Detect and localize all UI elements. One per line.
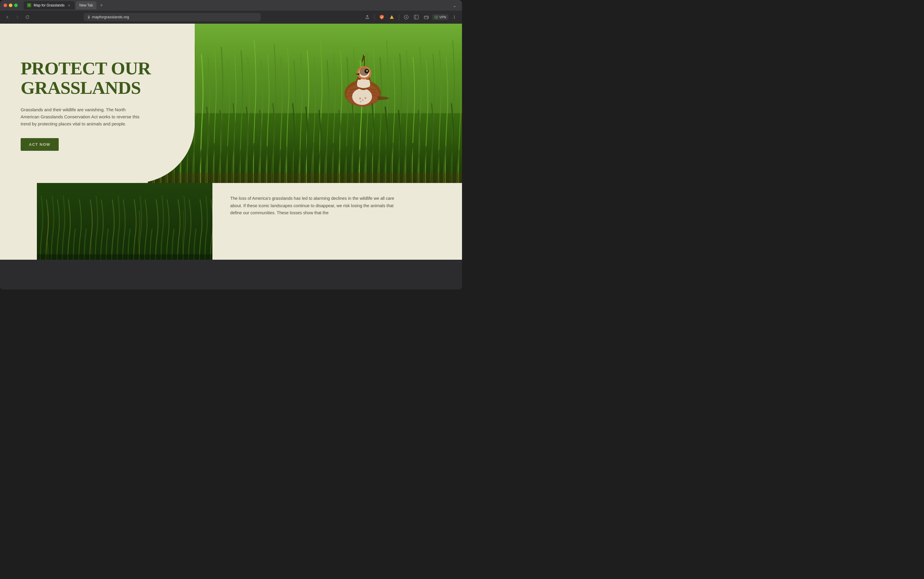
- svg-rect-30: [37, 183, 212, 260]
- back-button[interactable]: [3, 14, 11, 20]
- svg-point-23: [366, 70, 367, 71]
- tab-new-tab[interactable]: New Tab: [76, 1, 96, 10]
- menu-button[interactable]: [450, 13, 459, 21]
- new-tab-button[interactable]: +: [98, 2, 105, 9]
- svg-point-25: [362, 100, 363, 101]
- svg-point-12: [454, 18, 455, 18]
- hero-section: PROTECT OUR GRASSLANDS Grasslands and th…: [0, 24, 462, 183]
- vpn-button[interactable]: VPN: [432, 14, 449, 20]
- traffic-lights: [3, 3, 18, 7]
- tab-favicon: [27, 3, 31, 7]
- hero-title: PROTECT OUR GRASSLANDS: [21, 59, 171, 97]
- website-content: PROTECT OUR GRASSLANDS Grasslands and th…: [0, 24, 462, 290]
- svg-point-26: [365, 97, 366, 99]
- svg-point-27: [360, 101, 361, 102]
- minimize-button[interactable]: [9, 3, 12, 7]
- extensions-button[interactable]: [402, 13, 410, 21]
- tab-group-button[interactable]: ⌄: [450, 1, 459, 10]
- svg-rect-28: [148, 173, 462, 183]
- tab-close-icon[interactable]: ✕: [67, 3, 71, 7]
- brave-shield-button[interactable]: [378, 13, 386, 21]
- tab-bar: Map for Grasslands ✕ New Tab +: [24, 1, 448, 10]
- svg-rect-6: [424, 16, 428, 19]
- act-now-button[interactable]: ACT NOW: [21, 138, 59, 151]
- svg-point-24: [359, 97, 361, 99]
- tab-label: New Tab: [79, 3, 93, 7]
- browser-titlebar: Map for Grasslands ✕ New Tab + ⌄: [0, 0, 462, 11]
- below-section-text-area: The loss of America's grasslands has led…: [212, 183, 416, 260]
- separator: [374, 14, 375, 20]
- close-button[interactable]: [3, 3, 7, 7]
- sidebar-button[interactable]: [412, 13, 420, 21]
- svg-point-9: [436, 16, 437, 18]
- maximize-button[interactable]: [14, 3, 18, 7]
- forward-button[interactable]: [13, 14, 21, 20]
- browser-window: Map for Grasslands ✕ New Tab + ⌄: [0, 0, 462, 290]
- hero-background-photo: [148, 24, 462, 183]
- tab-label: Map for Grasslands: [34, 3, 65, 7]
- vpn-label: VPN: [439, 15, 446, 19]
- share-button[interactable]: [363, 13, 371, 21]
- svg-point-16: [352, 88, 372, 105]
- svg-rect-1: [88, 16, 90, 19]
- warning-button[interactable]: [388, 13, 396, 21]
- reload-button[interactable]: [24, 14, 31, 20]
- hero-card: PROTECT OUR GRASSLANDS Grasslands and th…: [0, 24, 195, 183]
- svg-rect-5: [414, 15, 418, 19]
- below-hero-section: The loss of America's grasslands has led…: [0, 183, 462, 260]
- svg-point-3: [392, 18, 392, 19]
- toolbar-actions: VPN: [363, 13, 459, 21]
- tab-map-for-grasslands[interactable]: Map for Grasslands ✕: [24, 1, 75, 10]
- svg-point-7: [427, 17, 428, 18]
- browser-toolbar: mapforgrasslands.org: [0, 11, 462, 24]
- svg-point-10: [454, 15, 455, 16]
- lock-icon: [87, 15, 90, 19]
- address-bar[interactable]: mapforgrasslands.org: [84, 13, 261, 21]
- below-section-image: [37, 183, 212, 260]
- below-text-content: The loss of America's grasslands has led…: [230, 195, 398, 217]
- url-text: mapforgrasslands.org: [92, 15, 129, 19]
- svg-rect-31: [37, 254, 212, 260]
- wallet-button[interactable]: [422, 13, 431, 21]
- svg-point-11: [454, 16, 455, 17]
- separator-2: [399, 14, 399, 20]
- hero-description: Grasslands and their wildlife are vanish…: [21, 106, 145, 128]
